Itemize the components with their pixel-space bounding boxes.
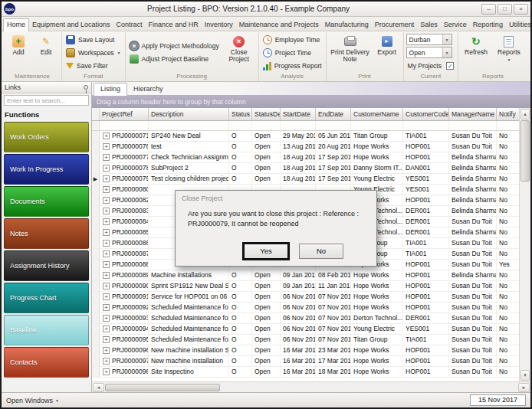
ribbon-tab-contract[interactable]: Contract xyxy=(113,19,146,31)
export-button[interactable]: ► Export xyxy=(373,33,401,72)
filter-cell-statusDesc[interactable] xyxy=(252,121,281,130)
expand-icon[interactable]: + xyxy=(103,143,110,150)
table-row[interactable]: +PRJ0000089Machine installationsOOpen09 … xyxy=(92,270,519,281)
workspaces-button[interactable]: Workspaces ▼ xyxy=(64,47,123,58)
progress-report-button[interactable]: Progress Report xyxy=(261,60,323,71)
expand-icon[interactable]: + xyxy=(103,293,110,300)
expand-icon[interactable]: + xyxy=(103,218,110,225)
ribbon-tab-manufacturing[interactable]: Manufacturing xyxy=(322,19,372,31)
scroll-right-icon[interactable]: ► xyxy=(518,383,530,392)
filter-cell-customer[interactable] xyxy=(351,121,403,130)
expand-icon[interactable]: + xyxy=(103,261,110,268)
filter-cell-desc[interactable] xyxy=(149,121,229,130)
ribbon-tab-home[interactable]: Home xyxy=(3,18,29,31)
table-row[interactable]: +PRJ0000077Check Technician AssignmentOO… xyxy=(92,152,519,163)
horizontal-scrollbar[interactable]: ◄ ► xyxy=(92,381,530,392)
expand-icon[interactable]: + xyxy=(103,133,110,139)
table-row[interactable]: +PRJ0000098Site InspectinoOOpen16 Mar 20… xyxy=(92,367,519,378)
ribbon-tab-equipment-and-locations[interactable]: Equipment and Locations xyxy=(29,19,113,31)
function-documents[interactable]: Documents xyxy=(4,186,89,217)
ribbon-tab-procurement[interactable]: Procurement xyxy=(372,19,418,31)
column-header-enddate[interactable]: EndDate xyxy=(316,108,351,120)
filter-cell-end[interactable] xyxy=(316,121,351,130)
scroll-down-icon[interactable]: ▼ xyxy=(521,370,530,381)
expand-icon[interactable]: + xyxy=(103,283,110,290)
column-header-managername[interactable]: ManagerName xyxy=(449,108,497,120)
expand-icon[interactable]: + xyxy=(103,250,110,257)
column-header-projectref[interactable]: ProjectRef xyxy=(100,108,149,120)
add-button[interactable]: + Add xyxy=(5,33,31,72)
filter-cell-manager[interactable] xyxy=(449,121,497,130)
expand-icon[interactable]: + xyxy=(103,358,110,365)
print-delivery-note-button[interactable]: Print Delivery Note xyxy=(329,33,372,72)
table-row[interactable]: +PRJ0000076testOOpen13 Aug 201420 Aug 20… xyxy=(92,142,519,152)
expand-icon[interactable]: + xyxy=(103,208,110,214)
expand-icon[interactable]: + xyxy=(103,186,110,193)
close-project-button[interactable]: × Close Project xyxy=(222,33,256,72)
yes-button[interactable]: Yes xyxy=(244,244,288,259)
ribbon-tab-finance-and-hr[interactable]: Finance and HR xyxy=(146,19,202,31)
expand-icon[interactable]: + xyxy=(103,197,110,204)
tab-hierarchy[interactable]: Hierarchy xyxy=(127,83,169,95)
save-layout-button[interactable]: Save Layout xyxy=(64,34,123,45)
close-button[interactable]: × xyxy=(514,4,528,15)
table-row[interactable]: +PRJ0000092Scheduled Maintenance for HO.… xyxy=(92,303,519,313)
function-assignment-history[interactable]: Assignment History xyxy=(4,250,89,281)
function-baseline[interactable]: Baseline xyxy=(4,315,89,345)
scrollbar-thumb[interactable] xyxy=(521,120,530,182)
expand-icon[interactable]: + xyxy=(103,368,110,375)
pin-icon[interactable] xyxy=(84,85,88,90)
expand-icon[interactable]: + xyxy=(103,326,110,332)
table-row[interactable]: +PRJ0000097New machine installationOOpen… xyxy=(92,356,519,367)
apply-project-methodology-button[interactable]: Apply Project Methodology xyxy=(128,41,221,52)
table-row[interactable]: +PRJ0000090Sprint SP1912 New Deal SaleOO… xyxy=(92,281,519,292)
date-field[interactable]: 15 Nov 2017 xyxy=(470,394,526,406)
expand-icon[interactable]: + xyxy=(103,347,110,354)
column-header-status[interactable]: Status xyxy=(229,108,252,120)
filter-cell-start[interactable] xyxy=(281,121,316,130)
ribbon-tab-service[interactable]: Service xyxy=(441,19,470,31)
expand-icon[interactable]: + xyxy=(103,154,110,161)
ribbon-tab-reporting[interactable]: Reporting xyxy=(470,19,506,31)
expand-icon[interactable]: + xyxy=(103,272,110,279)
expand-icon[interactable]: + xyxy=(103,304,110,311)
employee-time-button[interactable]: Employee Time xyxy=(261,34,323,45)
function-notes[interactable]: Notes xyxy=(4,218,89,249)
table-row[interactable]: +PRJ0000071SP240 New DealOOpen29 May 201… xyxy=(92,131,519,142)
column-header-startdate[interactable]: StartDate xyxy=(281,108,316,120)
expand-icon[interactable]: + xyxy=(103,240,110,247)
expand-icon[interactable]: + xyxy=(103,315,110,322)
scrollbar-thumb[interactable] xyxy=(105,384,220,391)
ribbon-tab-inventory[interactable]: Inventory xyxy=(202,19,236,31)
expand-icon[interactable]: + xyxy=(103,175,110,182)
function-work-orders[interactable]: Work Orders xyxy=(4,122,89,152)
table-row[interactable]: ▶+PRJ0000079Test closing children projec… xyxy=(92,174,519,185)
project-time-button[interactable]: Project Time xyxy=(261,47,323,58)
table-row[interactable]: +PRJ0000096New machine installation SP 1… xyxy=(92,345,519,356)
adjust-project-baseline-button[interactable]: Adjust Project Baseline xyxy=(128,54,221,65)
my-projects-checkbox[interactable]: My Projects ✓ xyxy=(406,60,455,71)
status-dropdown[interactable]: Open ▼ xyxy=(406,47,452,58)
table-row[interactable]: +PRJ0000095Scheduled Maintenance for TIA… xyxy=(92,335,519,345)
filter-cell-notify[interactable] xyxy=(497,121,518,130)
refresh-button[interactable]: ↻ Refresh xyxy=(461,33,491,72)
site-dropdown[interactable]: Durban ▼ xyxy=(406,34,452,45)
scroll-left-icon[interactable]: ◄ xyxy=(93,383,104,392)
search-input[interactable] xyxy=(4,95,89,106)
function-progress-chart[interactable]: Progress Chart xyxy=(4,283,89,313)
table-row[interactable]: +PRJ0000078SubProject 2OOpen18 Aug 20141… xyxy=(92,163,519,174)
column-header-customername[interactable]: CustomerName xyxy=(351,108,403,120)
filter-cell-status[interactable] xyxy=(229,121,252,130)
minimize-button[interactable]: – xyxy=(481,4,496,15)
ribbon-tab-utilities[interactable]: Utilities xyxy=(506,19,532,31)
save-filter-button[interactable]: Save Filter xyxy=(64,60,123,71)
column-header-notify[interactable]: Notify xyxy=(497,108,518,120)
edit-button[interactable]: ✎ Edit xyxy=(33,33,59,72)
column-header-statusdesc[interactable]: StatusDesc xyxy=(252,108,281,120)
table-row[interactable]: +PRJ0000093Scheduled Maintenance for DE.… xyxy=(92,313,519,324)
scroll-up-icon[interactable]: ▲ xyxy=(521,109,530,119)
filter-cell-custCode[interactable] xyxy=(403,121,449,130)
column-header-customercode[interactable]: CustomerCode xyxy=(403,108,449,120)
no-button[interactable]: No xyxy=(299,244,343,259)
maximize-button[interactable]: □ xyxy=(498,4,512,15)
